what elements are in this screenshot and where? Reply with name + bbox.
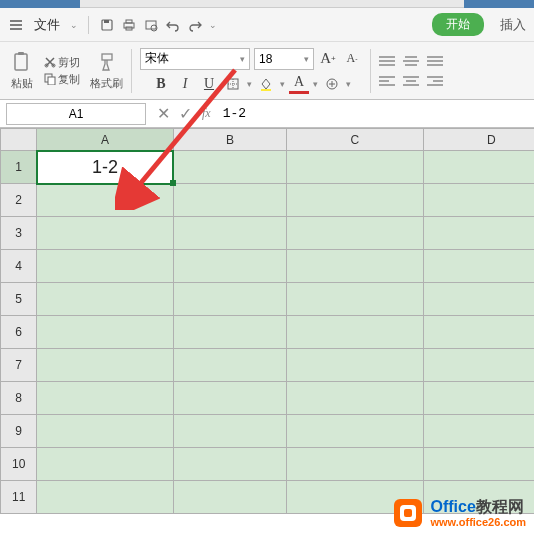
cell[interactable]: [423, 415, 534, 448]
tab-start[interactable]: 开始: [432, 13, 484, 36]
fill-handle[interactable]: [170, 180, 176, 186]
align-left-icon[interactable]: [379, 74, 397, 88]
cell[interactable]: [173, 250, 287, 283]
cell[interactable]: [423, 151, 534, 184]
font-size-select[interactable]: 18 ▾: [254, 48, 314, 70]
cell[interactable]: [423, 217, 534, 250]
cell[interactable]: [287, 349, 423, 382]
cell[interactable]: [173, 184, 287, 217]
formula-input[interactable]: [217, 103, 534, 125]
align-bottom-icon[interactable]: [427, 54, 445, 68]
italic-button[interactable]: I: [175, 74, 195, 94]
cell[interactable]: [173, 316, 287, 349]
row-header[interactable]: 6: [1, 316, 37, 349]
cell[interactable]: [173, 448, 287, 481]
cell[interactable]: [423, 184, 534, 217]
font-name-select[interactable]: 宋体 ▾: [140, 48, 250, 70]
cell[interactable]: [37, 448, 173, 481]
border-button[interactable]: [223, 74, 243, 94]
fill-dropdown-icon[interactable]: ▾: [280, 79, 285, 89]
bold-button[interactable]: B: [151, 74, 171, 94]
row-header[interactable]: 11: [1, 481, 37, 514]
file-dropdown-icon[interactable]: ⌄: [70, 20, 78, 30]
format-painter-icon[interactable]: [95, 50, 119, 74]
cell[interactable]: [287, 250, 423, 283]
cell[interactable]: [173, 382, 287, 415]
cell[interactable]: [173, 217, 287, 250]
redo-icon[interactable]: [187, 17, 203, 33]
column-header[interactable]: B: [173, 129, 287, 151]
align-middle-icon[interactable]: [403, 54, 421, 68]
border-dropdown-icon[interactable]: ▾: [247, 79, 252, 89]
column-header[interactable]: C: [287, 129, 423, 151]
spreadsheet-grid[interactable]: A B C D 1 1-2 2 3 4 5 6 7 8 9 10 11: [0, 128, 534, 514]
row-header[interactable]: 9: [1, 415, 37, 448]
cell[interactable]: [173, 151, 287, 184]
column-header[interactable]: D: [423, 129, 534, 151]
cell[interactable]: [423, 448, 534, 481]
cell[interactable]: [287, 382, 423, 415]
qat-dropdown-icon[interactable]: ⌄: [209, 20, 217, 30]
cell[interactable]: [287, 448, 423, 481]
paste-icon[interactable]: [10, 50, 34, 74]
font-color-button[interactable]: A: [289, 74, 309, 94]
row-header[interactable]: 2: [1, 184, 37, 217]
cell[interactable]: [287, 283, 423, 316]
fx-icon[interactable]: fx: [202, 106, 211, 121]
decrease-font-icon[interactable]: A-: [342, 49, 362, 69]
cell[interactable]: [287, 151, 423, 184]
file-menu[interactable]: 文件: [30, 14, 64, 36]
format-painter-label[interactable]: 格式刷: [90, 76, 123, 91]
cell[interactable]: [173, 481, 287, 514]
row-header[interactable]: 7: [1, 349, 37, 382]
cancel-icon[interactable]: ✕: [152, 103, 174, 125]
align-right-icon[interactable]: [427, 74, 445, 88]
cell[interactable]: [287, 184, 423, 217]
cell[interactable]: [37, 415, 173, 448]
cell[interactable]: [287, 415, 423, 448]
tab-insert[interactable]: 插入: [500, 16, 526, 34]
cell[interactable]: [423, 283, 534, 316]
font-color-dropdown-icon[interactable]: ▾: [313, 79, 318, 89]
cell[interactable]: [423, 250, 534, 283]
effects-button[interactable]: [322, 74, 342, 94]
align-center-icon[interactable]: [403, 74, 421, 88]
active-cell[interactable]: 1-2: [37, 151, 173, 184]
cell[interactable]: [287, 217, 423, 250]
print-preview-icon[interactable]: [143, 17, 159, 33]
row-header[interactable]: 10: [1, 448, 37, 481]
cell[interactable]: [423, 316, 534, 349]
row-header[interactable]: 4: [1, 250, 37, 283]
cell[interactable]: [173, 415, 287, 448]
confirm-icon[interactable]: ✓: [174, 103, 196, 125]
cell[interactable]: [37, 184, 173, 217]
cell[interactable]: [37, 316, 173, 349]
cell[interactable]: [37, 349, 173, 382]
fill-color-button[interactable]: [256, 74, 276, 94]
cell[interactable]: [287, 316, 423, 349]
cell[interactable]: [423, 349, 534, 382]
cell[interactable]: [173, 283, 287, 316]
row-header[interactable]: 5: [1, 283, 37, 316]
select-all-corner[interactable]: [1, 129, 37, 151]
cell[interactable]: [37, 250, 173, 283]
underline-button[interactable]: U: [199, 74, 219, 94]
cell[interactable]: [37, 382, 173, 415]
row-header[interactable]: 8: [1, 382, 37, 415]
row-header[interactable]: 3: [1, 217, 37, 250]
align-top-icon[interactable]: [379, 54, 397, 68]
hamburger-icon[interactable]: [8, 17, 24, 33]
cell[interactable]: [37, 283, 173, 316]
cell[interactable]: [37, 217, 173, 250]
row-header[interactable]: 1: [1, 151, 37, 184]
save-icon[interactable]: [99, 17, 115, 33]
cell[interactable]: [173, 349, 287, 382]
name-box[interactable]: A1: [6, 103, 146, 125]
copy-button[interactable]: 复制: [44, 72, 80, 87]
effects-dropdown-icon[interactable]: ▾: [346, 79, 351, 89]
cell[interactable]: [37, 481, 173, 514]
column-header[interactable]: A: [37, 129, 173, 151]
print-icon[interactable]: [121, 17, 137, 33]
undo-icon[interactable]: [165, 17, 181, 33]
paste-label[interactable]: 粘贴: [11, 76, 33, 91]
